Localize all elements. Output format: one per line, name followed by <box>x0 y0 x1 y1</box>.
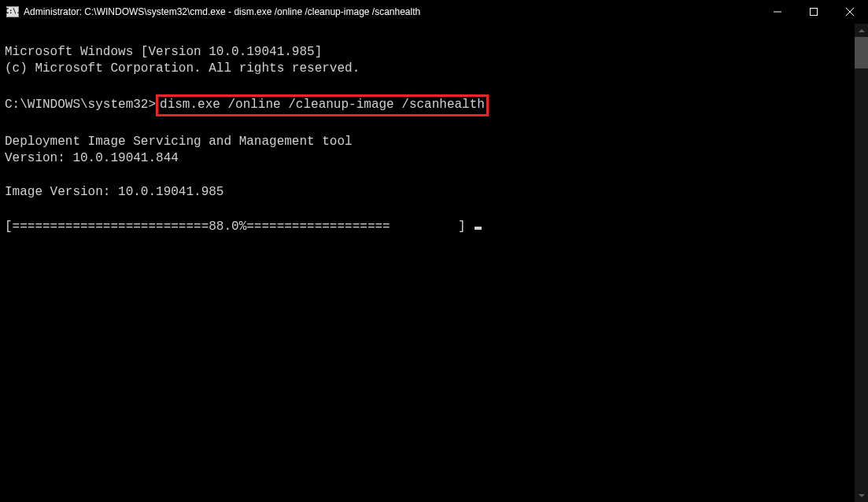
maximize-icon <box>810 8 818 16</box>
progress-bar-text: [==========================88.0%========… <box>5 220 473 234</box>
scrollbar-up-arrow-icon[interactable] <box>855 24 868 37</box>
minimize-button[interactable] <box>759 0 796 23</box>
window-controls <box>759 0 868 23</box>
svg-marker-5 <box>859 494 865 497</box>
command-highlight: dism.exe /online /cleanup-image /scanhea… <box>156 94 489 116</box>
window-title: Administrator: C:\WINDOWS\system32\cmd.e… <box>24 6 420 17</box>
svg-rect-1 <box>811 8 818 15</box>
vertical-scrollbar[interactable] <box>855 24 868 502</box>
window-titlebar: C:\. Administrator: C:\WINDOWS\system32\… <box>0 0 868 24</box>
output-line: Microsoft Windows [Version 10.0.19041.98… <box>5 45 322 59</box>
maximize-button[interactable] <box>796 0 832 23</box>
terminal-output[interactable]: Microsoft Windows [Version 10.0.19041.98… <box>0 24 868 238</box>
prompt-prefix: C:\WINDOWS\system32> <box>5 98 156 112</box>
output-line: (c) Microsoft Corporation. All rights re… <box>5 61 360 76</box>
scrollbar-down-arrow-icon[interactable] <box>855 489 868 502</box>
cmd-icon: C:\. <box>6 6 19 17</box>
output-line: Version: 10.0.19041.844 <box>5 151 179 165</box>
svg-marker-4 <box>859 29 865 32</box>
close-button[interactable] <box>832 0 868 23</box>
titlebar-left: C:\. Administrator: C:\WINDOWS\system32\… <box>0 6 420 17</box>
scrollbar-thumb[interactable] <box>855 37 868 68</box>
minimize-icon <box>774 8 781 16</box>
output-line: Deployment Image Servicing and Managemen… <box>5 135 353 149</box>
output-line: Image Version: 10.0.19041.985 <box>5 185 223 199</box>
cursor <box>475 227 482 230</box>
prompt-line: C:\WINDOWS\system32>dism.exe /online /cl… <box>5 98 489 112</box>
progress-line: [==========================88.0%========… <box>5 220 482 234</box>
close-icon <box>846 8 854 16</box>
